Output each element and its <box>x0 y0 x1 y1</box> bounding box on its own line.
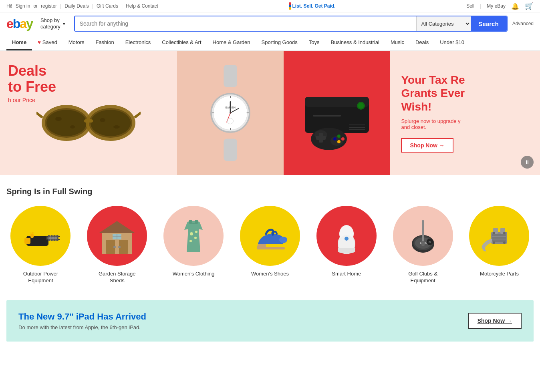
help-contact-link[interactable]: Help & Contact <box>126 3 158 9</box>
svg-point-52 <box>53 235 56 237</box>
smart-home-icon <box>324 214 369 258</box>
motorcycle-icon <box>477 214 521 258</box>
category-label-smart-home: Smart Home <box>332 271 361 277</box>
shoe-icon <box>248 214 292 258</box>
svg-point-37 <box>330 136 343 146</box>
notification-bell-icon[interactable]: 🔔 <box>511 2 519 10</box>
hero-tax-title: Your Tax ReGrants EverWish! <box>401 73 465 114</box>
ebay-logo[interactable]: ebay <box>6 16 32 31</box>
nav-item-home-garden[interactable]: Home & Garden <box>207 35 256 50</box>
pause-button[interactable]: ⏸ <box>521 156 534 169</box>
nav-item-electronics[interactable]: Electronics <box>120 35 157 50</box>
shop-by-category-button[interactable]: Shop bycategory ▼ <box>37 17 69 30</box>
register-link[interactable]: register <box>41 3 57 9</box>
svg-text:C: C <box>429 241 431 243</box>
heart-icon: ♥ <box>38 39 41 45</box>
shopping-cart-icon[interactable]: 🛒 <box>525 2 534 10</box>
svg-rect-93 <box>492 234 506 242</box>
sign-in-link[interactable]: Sign in <box>16 3 30 9</box>
category-outdoor-power[interactable]: POULAN Outdoor PowerEquipment <box>10 206 71 284</box>
chainsaw-icon: POULAN <box>18 214 62 258</box>
nav-item-music[interactable]: Music <box>385 35 410 50</box>
svg-rect-85 <box>422 220 424 244</box>
svg-point-38 <box>337 135 341 138</box>
my-ebay-link[interactable]: My eBay <box>487 3 506 9</box>
svg-line-8 <box>135 113 141 117</box>
spring-title: Spring Is in Full Swing <box>6 187 534 196</box>
svg-point-96 <box>493 232 495 234</box>
category-womens-shoes[interactable]: Women's Shoes <box>240 206 300 277</box>
divider1: | <box>60 3 61 9</box>
svg-point-56 <box>50 239 53 241</box>
nav-item-toys[interactable]: Toys <box>303 35 325 50</box>
category-label-shoes: Women's Shoes <box>251 271 289 277</box>
category-label-outdoor: Outdoor PowerEquipment <box>23 271 58 284</box>
svg-point-41 <box>337 140 341 143</box>
svg-point-10 <box>70 125 75 129</box>
hero-tax-sub: Splurge now to upgrade yand closet. <box>401 118 460 130</box>
svg-point-9 <box>55 117 62 121</box>
divider3: | <box>121 3 123 9</box>
hero-deals-title: Deals <box>8 63 56 79</box>
logo-a: a <box>20 16 26 31</box>
svg-line-7 <box>36 113 42 117</box>
categories-row: POULAN Outdoor PowerEquipment <box>6 206 534 284</box>
dress-icon <box>171 214 216 258</box>
gift-cards-link[interactable]: Gift Cards <box>97 3 118 9</box>
top-bar-right: Sell | My eBay 🔔 🛒 <box>466 2 534 10</box>
nav-item-under10[interactable]: Under $10 <box>434 35 470 50</box>
sell-link[interactable]: Sell <box>466 3 474 9</box>
category-golf[interactable]: EPIC C Golf Clubs &Equipment <box>393 206 453 284</box>
divider2: | <box>92 3 93 9</box>
svg-point-72 <box>195 231 197 233</box>
nav-item-fashion[interactable]: Fashion <box>90 35 119 50</box>
nav-item-sporting[interactable]: Sporting Goods <box>256 35 303 50</box>
nav-item-collectibles[interactable]: Collectibles & Art <box>156 35 207 50</box>
svg-point-51 <box>50 235 53 237</box>
search-input[interactable] <box>75 16 416 31</box>
daily-deals-link[interactable]: Daily Deals <box>64 3 89 9</box>
logo-y: y <box>26 16 32 31</box>
svg-rect-75 <box>257 247 285 249</box>
svg-point-57 <box>48 239 50 241</box>
svg-point-2 <box>46 110 87 136</box>
svg-point-76 <box>279 237 287 243</box>
advanced-search-link[interactable]: Advanced <box>512 21 534 26</box>
svg-point-31 <box>358 103 364 109</box>
nav-item-business[interactable]: Business & Industrial <box>325 35 385 50</box>
nav-item-home[interactable]: Home <box>6 35 32 50</box>
category-circle-outdoor: POULAN <box>10 206 71 266</box>
category-garden-sheds[interactable]: Garden StorageSheds <box>87 206 147 284</box>
ipad-shop-now-button[interactable]: Shop Now → <box>468 313 522 329</box>
hero-shop-now-button[interactable]: Shop Now → <box>401 138 453 153</box>
svg-point-39 <box>341 137 345 141</box>
nav-item-saved[interactable]: ♥ Saved <box>32 35 63 50</box>
search-bar: All Categories Motors Fashion Electronic… <box>74 16 508 32</box>
svg-point-5 <box>91 110 131 136</box>
pause-icon: ⏸ <box>524 159 530 165</box>
svg-point-69 <box>190 232 193 235</box>
hero-deals-sub: h our Price <box>8 97 56 103</box>
hero-panel-xbox <box>284 51 390 175</box>
logo-e: e <box>6 16 13 31</box>
category-circle-smart-home <box>316 206 377 266</box>
greeting-text: Hi! <box>6 3 12 9</box>
spring-section: Spring Is in Full Swing <box>0 175 540 292</box>
nav-item-deals[interactable]: Deals <box>410 35 434 50</box>
nav-item-motors[interactable]: Motors <box>63 35 90 50</box>
svg-marker-61 <box>99 221 135 233</box>
category-circle-clothing <box>163 206 224 266</box>
category-motorcycle[interactable]: Motorcycle Parts <box>469 206 529 277</box>
ipad-banner-subtitle: Do more with the latest from Apple, the … <box>18 324 146 330</box>
category-select[interactable]: All Categories Motors Fashion Electronic… <box>416 16 471 31</box>
category-label-sheds: Garden StorageSheds <box>99 271 136 284</box>
category-smart-home[interactable]: Smart Home <box>316 206 377 277</box>
hero-deals-free: to Free <box>8 79 56 95</box>
svg-point-55 <box>53 239 56 241</box>
category-womens-clothing[interactable]: Women's Clothing <box>163 206 224 277</box>
search-button[interactable]: Search <box>471 16 507 31</box>
hero-panel-watch: GARMIN <box>177 51 283 175</box>
svg-rect-45 <box>24 238 30 244</box>
divider4: | <box>480 3 481 9</box>
svg-rect-13 <box>224 65 237 87</box>
